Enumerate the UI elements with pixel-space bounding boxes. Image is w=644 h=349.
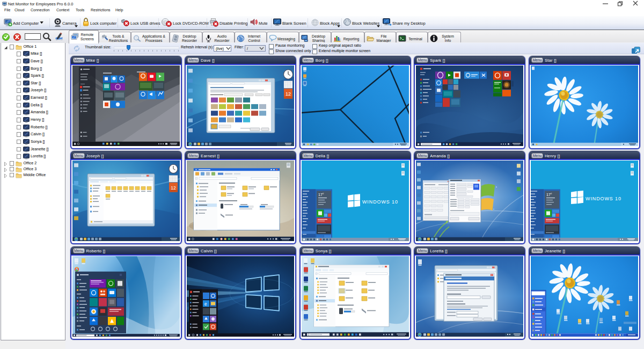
svg-text:12: 12: [171, 185, 176, 191]
svg-text:WINDOWS 10: WINDOWS 10: [586, 196, 621, 201]
svg-text:17°: 17°: [318, 193, 324, 197]
svg-text:12: 12: [286, 91, 291, 97]
svg-text:WINDOWS 10: WINDOWS 10: [362, 199, 398, 205]
svg-text:e: e: [204, 301, 207, 306]
svg-text:17°: 17°: [546, 193, 552, 197]
